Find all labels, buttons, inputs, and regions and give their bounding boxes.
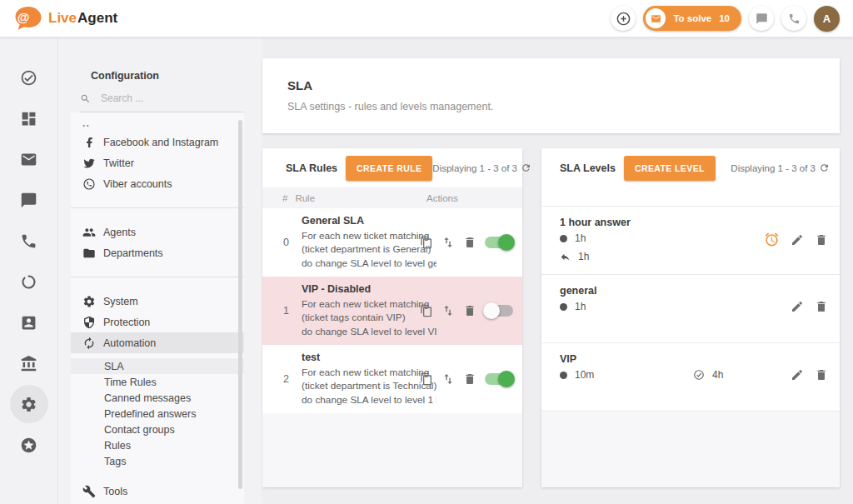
levels-displaying-text: Displaying 1 - 3 of 3 (731, 163, 816, 173)
dashboard-icon (20, 110, 37, 127)
sidebar-item-automation[interactable]: Automation (71, 332, 244, 353)
gear-icon (20, 396, 37, 413)
sla-levels-panel: SLA Levels CREATE LEVEL Displaying 1 - 3… (541, 148, 840, 487)
sort-icon[interactable] (441, 236, 455, 249)
configuration-sidebar: Configuration .. Facebook and Instagram … (58, 37, 262, 504)
rule-enabled-toggle[interactable] (485, 305, 513, 317)
rule-row-test: 2 test For each new ticket matching (tic… (262, 345, 522, 413)
rail-item-contacts[interactable] (19, 312, 39, 332)
rail-item-chat[interactable] (19, 190, 39, 210)
sidebar-item-label: Facebook and Instagram (103, 137, 218, 148)
trash-icon[interactable] (815, 233, 828, 247)
rule-name: test (302, 352, 436, 363)
sidebar-item-overflow[interactable]: .. (71, 115, 244, 132)
sidebar-item-protection[interactable]: Protection (71, 312, 244, 332)
to-solve-button[interactable]: To solve 10 (643, 6, 741, 31)
chat-icon (20, 192, 37, 209)
sidebar-item-facebook[interactable]: Facebook and Instagram (71, 132, 244, 152)
calls-button[interactable] (781, 6, 806, 31)
rule-desc-line: For each new ticket matching (302, 297, 436, 312)
sidebar-menu: .. Facebook and Instagram Twitter Viber … (71, 112, 244, 504)
rail-item-settings[interactable] (19, 394, 39, 414)
sidebar-search (80, 92, 244, 112)
level-first-answer: 1h (575, 232, 586, 244)
rail-item-social[interactable] (19, 272, 39, 292)
refresh-icon[interactable] (521, 162, 531, 173)
sub-item-label: Time Rules (104, 377, 157, 388)
sidebar-item-time-rules[interactable]: Time Rules (71, 374, 244, 390)
refresh-icon[interactable] (819, 162, 830, 173)
check-circle-icon (693, 369, 705, 381)
rule-desc-line: do change SLA level to level gen (302, 257, 436, 271)
rule-enabled-toggle[interactable] (485, 237, 513, 248)
add-button[interactable] (611, 6, 636, 31)
edit-icon[interactable] (791, 368, 804, 382)
sidebar-item-twitter[interactable]: Twitter (71, 152, 244, 173)
sla-rules-panel: SLA Rules CREATE RULE Displaying 1 - 3 o… (262, 148, 522, 487)
alarm-icon[interactable] (764, 232, 780, 247)
copy-icon[interactable] (420, 372, 433, 386)
menu-divider (71, 207, 244, 208)
edit-icon[interactable] (791, 300, 804, 313)
page-subtitle: SLA settings - rules and levels manageme… (287, 101, 840, 112)
sidebar-item-agents[interactable]: Agents (71, 222, 244, 242)
trash-icon[interactable] (815, 368, 828, 382)
level-first-answer: 10m (575, 369, 594, 381)
sort-icon[interactable] (441, 372, 455, 386)
trash-icon[interactable] (463, 372, 476, 386)
copy-icon[interactable] (420, 236, 433, 249)
rule-enabled-toggle[interactable] (485, 373, 513, 385)
sidebar-item-predefined-answers[interactable]: Predefined answers (71, 406, 244, 422)
trash-icon[interactable] (463, 304, 476, 317)
dot-icon (560, 235, 567, 242)
rail-item-mail[interactable] (19, 149, 39, 169)
sidebar-item-label: Twitter (103, 157, 134, 169)
phone-icon (788, 12, 801, 25)
page-title: SLA (287, 78, 840, 92)
sidebar-item-tags[interactable]: Tags (71, 453, 244, 469)
sidebar-item-tools[interactable]: Tools (71, 481, 244, 502)
rules-displaying-text: Displaying 1 - 3 of 3 (432, 163, 517, 173)
sub-item-label: Canned messages (104, 392, 191, 404)
level-row-vip: VIP 10m 4h (541, 342, 840, 411)
rule-desc-line: do change SLA level to level VIP (302, 325, 436, 339)
sidebar-title: Configuration (91, 70, 262, 82)
sidebar-item-departments[interactable]: Departments (71, 242, 244, 263)
brand-live: Live (48, 10, 77, 27)
sidebar-item-viber[interactable]: Viber accounts (71, 173, 244, 194)
sidebar-item-contact-groups[interactable]: Contact groups (71, 422, 244, 437)
trash-icon[interactable] (463, 236, 476, 249)
user-avatar[interactable]: A (814, 6, 840, 32)
sidebar-item-sla[interactable]: SLA (71, 358, 244, 374)
level-name: VIP (560, 353, 576, 365)
edit-icon[interactable] (791, 233, 804, 247)
shield-icon (82, 316, 96, 329)
star-circle-icon (20, 437, 37, 454)
copy-icon[interactable] (420, 304, 433, 317)
create-rule-button[interactable]: CREATE RULE (346, 156, 432, 181)
bank-icon (20, 355, 37, 372)
trash-icon[interactable] (815, 300, 828, 313)
sidebar-item-label: System (103, 296, 138, 307)
rail-item-dashboard[interactable] (19, 108, 39, 128)
to-solve-badge (646, 8, 666, 28)
rail-item-billing[interactable] (19, 353, 39, 373)
sidebar-item-system[interactable]: System (71, 291, 244, 312)
rail-item-gamification[interactable] (19, 435, 39, 455)
sidebar-scrollbar[interactable] (238, 120, 242, 489)
chats-button[interactable] (749, 6, 774, 31)
rail-item-tickets[interactable] (19, 67, 39, 87)
sidebar-item-rules[interactable]: Rules (71, 437, 244, 453)
column-num: # (282, 193, 287, 203)
create-level-button[interactable]: CREATE LEVEL (624, 156, 716, 181)
sort-icon[interactable] (441, 304, 455, 317)
rules-panel-title: SLA Rules (286, 162, 337, 174)
search-input[interactable] (101, 92, 226, 104)
dot-icon (560, 303, 567, 311)
rail-item-calls[interactable] (19, 231, 39, 251)
rule-desc-line: (ticket department is Technical) (302, 379, 436, 393)
level-row-1-hour-answer: 1 hour answer 1h 1h (541, 206, 840, 274)
sub-item-label: Predefined answers (104, 408, 196, 420)
avatar-initial: A (823, 12, 831, 25)
sidebar-item-canned-messages[interactable]: Canned messages (71, 390, 244, 406)
